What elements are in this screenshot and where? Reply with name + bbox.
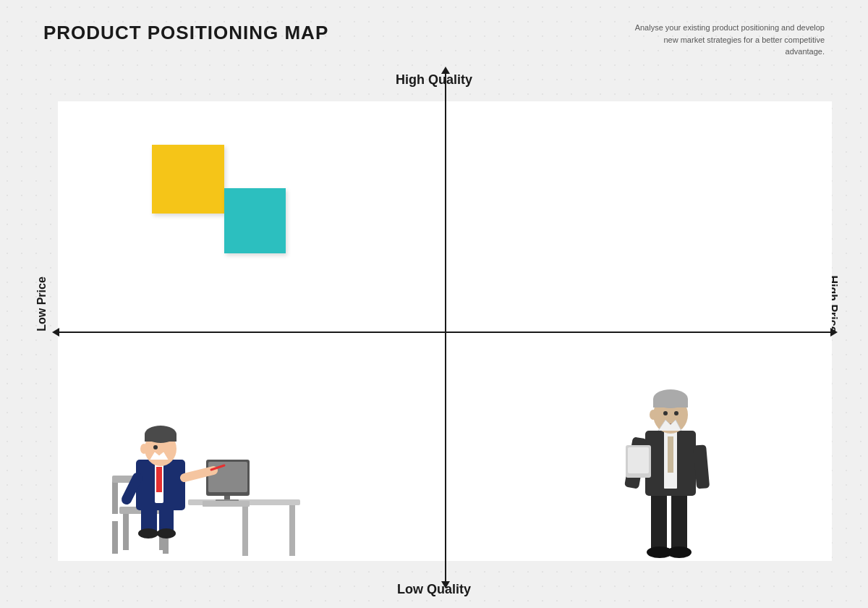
svg-rect-22 xyxy=(156,467,162,492)
person-standing-figure xyxy=(622,351,738,561)
person-sitting-figure xyxy=(101,366,304,561)
svg-rect-37 xyxy=(668,436,673,473)
svg-point-30 xyxy=(153,445,158,449)
svg-rect-9 xyxy=(242,505,248,556)
svg-rect-17 xyxy=(159,507,174,532)
svg-rect-5 xyxy=(112,478,118,514)
axis-label-top: High Quality xyxy=(396,72,472,88)
svg-rect-16 xyxy=(141,507,157,532)
svg-rect-28 xyxy=(145,434,176,442)
axis-label-left: Low Price xyxy=(35,276,48,332)
svg-point-45 xyxy=(650,410,657,420)
svg-point-29 xyxy=(140,444,148,454)
page-subtitle: Analyse your existing product positionin… xyxy=(622,22,825,58)
svg-point-34 xyxy=(667,546,692,558)
svg-rect-44 xyxy=(653,399,688,408)
svg-rect-3 xyxy=(112,521,118,554)
svg-rect-32 xyxy=(671,492,687,550)
yellow-sticky-note[interactable] xyxy=(152,145,224,214)
teal-sticky-note[interactable] xyxy=(224,188,286,253)
svg-rect-31 xyxy=(651,492,667,550)
page-title: PRODUCT POSITIONING MAP xyxy=(43,22,328,44)
svg-point-18 xyxy=(138,528,158,539)
svg-point-47 xyxy=(674,411,678,415)
svg-rect-10 xyxy=(289,505,295,556)
svg-rect-41 xyxy=(628,447,649,473)
chart-area xyxy=(58,101,832,561)
vertical-axis xyxy=(445,72,446,583)
svg-point-46 xyxy=(663,411,668,415)
svg-rect-15 xyxy=(203,501,250,507)
axis-label-bottom: Low Quality xyxy=(397,582,471,597)
header: PRODUCT POSITIONING MAP Analyse your exi… xyxy=(43,22,825,58)
svg-point-19 xyxy=(157,528,176,539)
